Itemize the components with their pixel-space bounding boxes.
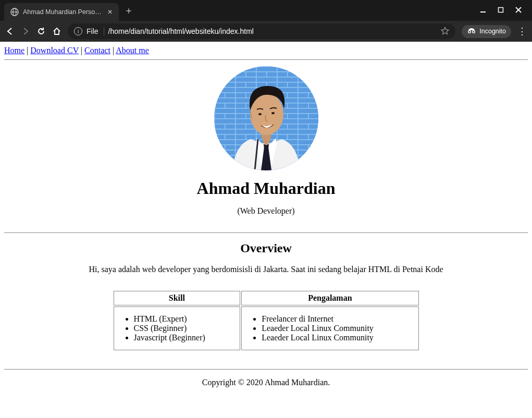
bookmark-icon[interactable] xyxy=(441,27,449,36)
experience-list: Freelancer di Internet Leaeder Local Lin… xyxy=(246,309,414,348)
nav-about[interactable]: About me xyxy=(116,46,149,55)
td-experience: Freelancer di Internet Leaeder Local Lin… xyxy=(241,306,418,350)
browser-chrome: Ahmad Muhardian Personal W ✕ ＋ xyxy=(0,0,532,42)
th-experience: Pengalaman xyxy=(241,291,418,305)
info-icon[interactable]: i xyxy=(74,27,82,35)
divider xyxy=(4,369,528,370)
hero: Ahmad Muhardian (Web Developer) xyxy=(4,61,528,231)
maximize-icon[interactable] xyxy=(494,6,507,15)
svg-point-19 xyxy=(271,112,275,114)
list-item: Leaeder Local Linux Community xyxy=(262,333,409,342)
tab-title: Ahmad Muhardian Personal W xyxy=(23,8,103,16)
copyright: Copyright © 2020 Ahmad Muhardian. xyxy=(202,378,330,387)
new-tab-button[interactable]: ＋ xyxy=(124,4,133,17)
nav-download-cv[interactable]: Download CV xyxy=(30,46,79,55)
svg-point-9 xyxy=(469,31,471,32)
nav-contact[interactable]: Contact xyxy=(84,46,110,55)
reload-button[interactable] xyxy=(36,27,46,36)
avatar xyxy=(214,66,318,170)
incognito-badge[interactable]: Incognito xyxy=(462,25,511,38)
minimize-icon[interactable] xyxy=(477,6,489,15)
nav-sep: | xyxy=(24,46,30,55)
skill-table: Skill Pengalaman HTML (Expert) CSS (Begi… xyxy=(113,290,420,351)
th-skill: Skill xyxy=(114,291,241,305)
svg-rect-4 xyxy=(499,8,503,13)
globe-icon xyxy=(10,8,19,16)
hero-name: Ahmad Muhardian xyxy=(4,179,528,198)
forward-button[interactable] xyxy=(21,27,30,36)
table-header-row: Skill Pengalaman xyxy=(114,291,419,305)
incognito-label: Incognito xyxy=(479,28,506,35)
overview: Overview Hi, saya adalah web developer y… xyxy=(4,234,528,359)
skills-list: HTML (Expert) CSS (Beginner) Javascript … xyxy=(118,309,236,348)
td-skills: HTML (Expert) CSS (Beginner) Javascript … xyxy=(114,306,241,350)
nav-sep: | xyxy=(79,46,84,55)
toolbar: i File /home/dian/tutorial/html/websitek… xyxy=(0,21,532,42)
overview-heading: Overview xyxy=(4,241,528,255)
divider xyxy=(4,232,528,233)
incognito-icon xyxy=(467,27,476,36)
url-path: /home/dian/tutorial/html/websiteku/index… xyxy=(108,27,437,35)
divider xyxy=(4,59,528,60)
browser-tab[interactable]: Ahmad Muhardian Personal W ✕ xyxy=(4,3,119,21)
page-content: Home | Download CV | Contact | About me xyxy=(0,42,532,418)
address-bar[interactable]: i File /home/dian/tutorial/html/websitek… xyxy=(68,23,455,39)
home-button[interactable] xyxy=(52,27,61,36)
url-scheme: File xyxy=(86,27,104,35)
list-item: Freelancer di Internet xyxy=(262,314,409,324)
menu-button[interactable]: ⋮ xyxy=(517,26,527,37)
overview-text: Hi, saya adalah web developer yang berdo… xyxy=(4,265,528,274)
hero-subtitle: (Web Developer) xyxy=(4,206,528,216)
footer: Copyright © 2020 Ahmad Muhardian. xyxy=(4,371,528,395)
svg-point-10 xyxy=(473,31,475,32)
back-button[interactable] xyxy=(5,27,15,36)
list-item: Javascript (Beginner) xyxy=(134,333,231,342)
close-icon[interactable]: ✕ xyxy=(107,8,113,16)
list-item: CSS (Beginner) xyxy=(134,324,231,333)
tab-bar: Ahmad Muhardian Personal W ✕ ＋ xyxy=(0,0,532,21)
list-item: HTML (Expert) xyxy=(134,314,231,324)
close-window-icon[interactable] xyxy=(512,6,525,15)
nav-links: Home | Download CV | Contact | About me xyxy=(4,46,528,58)
window-controls xyxy=(477,6,532,15)
table-row: HTML (Expert) CSS (Beginner) Javascript … xyxy=(114,306,419,350)
nav-home[interactable]: Home xyxy=(4,46,24,55)
nav-sep: | xyxy=(110,46,116,55)
svg-point-18 xyxy=(258,113,262,115)
list-item: Leaeder Local Linux Community xyxy=(262,324,409,333)
